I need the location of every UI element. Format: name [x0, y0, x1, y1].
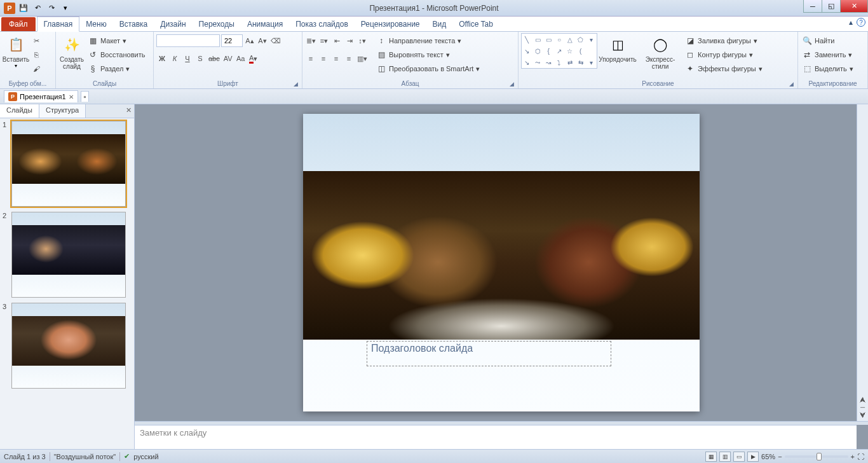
slide-thumbnail[interactable]: 3	[3, 303, 132, 389]
minimize-button[interactable]: ─	[803, 0, 822, 13]
shadow-button[interactable]: S	[194, 52, 206, 65]
tab-insert[interactable]: Вставка	[113, 17, 154, 31]
slide[interactable]: Подзаголовок слайда	[303, 114, 700, 411]
group-label: Буфер обм...	[3, 79, 53, 88]
layout-button[interactable]: ▦Макет ▾	[86, 34, 146, 47]
thumbnail-list[interactable]: 1 2 3	[0, 118, 134, 449]
tab-outline[interactable]: Структура	[39, 104, 86, 118]
tab-menu[interactable]: Меню	[79, 17, 112, 31]
grow-font-button[interactable]: A▴	[244, 34, 255, 47]
arrange-button[interactable]: ◫ Упорядочить	[599, 33, 637, 63]
zoom-level[interactable]: 65%	[761, 453, 775, 460]
paste-button[interactable]: 📋 Вставить ▾	[3, 33, 29, 69]
qat-customize-icon[interactable]: ▾	[60, 3, 71, 14]
clear-format-button[interactable]: ⌫	[269, 34, 282, 47]
view-normal-button[interactable]: ▦	[705, 452, 717, 462]
columns-button[interactable]: ▥▾	[356, 52, 369, 65]
justify-button[interactable]: ≡	[343, 52, 355, 65]
file-tab[interactable]: Файл	[1, 17, 36, 31]
bold-button[interactable]: Ж	[156, 52, 168, 65]
slide-thumbnail[interactable]: 1	[3, 121, 132, 207]
shapes-gallery[interactable]: ╲▭▭○△⬠▾ ↘⬡{↗☆( ↘⤳↝⤵⇄⇆▾	[521, 33, 597, 69]
align-left-button[interactable]: ≡	[305, 52, 316, 65]
redo-icon[interactable]: ↷	[46, 3, 57, 14]
find-button[interactable]: 🔍Найти	[801, 34, 855, 47]
fit-window-button[interactable]: ⛶	[857, 453, 864, 460]
collapse-ribbon-icon[interactable]: ▴	[849, 18, 853, 27]
align-center-button[interactable]: ≡	[318, 52, 329, 65]
case-button[interactable]: Aa	[235, 52, 247, 65]
tab-design[interactable]: Дизайн	[154, 17, 192, 31]
view-slideshow-button[interactable]: ▶	[747, 452, 759, 462]
vertical-scrollbar[interactable]: ⮝ ─ ⮟	[857, 104, 868, 421]
align-right-button[interactable]: ≡	[330, 52, 342, 65]
replace-button[interactable]: ⇄Заменить ▾	[801, 48, 855, 61]
reset-button[interactable]: ↺Восстановить	[86, 48, 146, 61]
numbering-button[interactable]: ≡▾	[318, 34, 330, 47]
launcher-icon[interactable]: ◢	[789, 81, 794, 87]
tab-home[interactable]: Главная	[37, 17, 80, 32]
shape-effects-button[interactable]: ✦Эффекты фигуры ▾	[684, 62, 764, 75]
subtitle-placeholder[interactable]: Подзаголовок слайда	[367, 341, 611, 366]
undo-icon[interactable]: ↶	[32, 3, 43, 14]
strike-button[interactable]: abc	[207, 52, 221, 65]
spacing-button[interactable]: AV	[222, 52, 234, 65]
slide-canvas[interactable]: Подзаголовок слайда ⮝ ─ ⮟	[135, 104, 868, 421]
group-font: 22 A▴ A▾ ⌫ Ж К Ч S abc AV Aa A ▾ Шрифт◢	[154, 32, 302, 88]
font-name-combo[interactable]	[156, 34, 220, 47]
window-controls: ─ ◱ ✕	[804, 0, 868, 13]
select-button[interactable]: ⬚Выделить ▾	[801, 62, 855, 75]
spellcheck-icon[interactable]: ✔	[124, 452, 130, 460]
view-reading-button[interactable]: ▭	[733, 452, 745, 462]
font-color-button[interactable]: A ▾	[248, 52, 259, 65]
shape-outline-button[interactable]: ◻Контур фигуры ▾	[684, 48, 764, 61]
text-direction-button[interactable]: ↕Направление текста ▾	[375, 34, 481, 47]
zoom-in-button[interactable]: +	[851, 453, 855, 460]
close-button[interactable]: ✕	[840, 0, 868, 13]
bullets-button[interactable]: ≣▾	[305, 34, 317, 47]
format-painter-button[interactable]: 🖌	[31, 62, 42, 75]
group-paragraph: ≣▾ ≡▾ ⇤ ⇥ ↕▾ ≡ ≡ ≡ ≡ ▥▾ ↕Направление тек…	[302, 32, 519, 88]
help-icon[interactable]: ?	[857, 18, 865, 27]
font-size-combo[interactable]: 22	[221, 34, 243, 47]
copy-button[interactable]: ⎘	[31, 48, 42, 61]
italic-button[interactable]: К	[169, 52, 180, 65]
slide-image[interactable]	[303, 171, 700, 340]
outdent-button[interactable]: ⇤	[331, 34, 342, 47]
notes-input[interactable]: Заметки к слайду	[135, 425, 857, 449]
align-text-button[interactable]: ▤Выровнять текст ▾	[375, 48, 481, 61]
tab-slides[interactable]: Слайды	[0, 104, 39, 118]
tab-transitions[interactable]: Переходы	[193, 17, 241, 31]
tab-animations[interactable]: Анимация	[241, 17, 289, 31]
shape-fill-button[interactable]: ◪Заливка фигуры ▾	[684, 34, 764, 47]
underline-button[interactable]: Ч	[182, 52, 193, 65]
new-tab-button[interactable]: ▫	[81, 91, 90, 102]
new-slide-button[interactable]: ✨ Создать слайд	[58, 33, 85, 70]
zoom-slider[interactable]	[785, 455, 848, 458]
tab-slideshow[interactable]: Показ слайдов	[289, 17, 355, 31]
prev-slide-icon[interactable]: ⮝	[860, 396, 866, 403]
view-sorter-button[interactable]: ▥	[719, 452, 731, 462]
section-button[interactable]: §Раздел ▾	[86, 62, 146, 75]
document-tab[interactable]: P Презентация1 ✕	[4, 90, 78, 102]
next-slide-icon[interactable]: ⮟	[860, 411, 866, 418]
cut-button[interactable]: ✂	[31, 34, 42, 47]
tab-review[interactable]: Рецензирование	[355, 17, 426, 31]
tab-officetab[interactable]: Office Tab	[452, 17, 499, 31]
linespacing-button[interactable]: ↕▾	[356, 34, 368, 47]
restore-button[interactable]: ◱	[822, 0, 841, 13]
zoom-out-button[interactable]: −	[778, 453, 782, 460]
language-status[interactable]: русский	[133, 453, 158, 460]
launcher-icon[interactable]: ◢	[294, 81, 298, 87]
save-icon[interactable]: 💾	[18, 3, 29, 14]
indent-button[interactable]: ⇥	[344, 34, 355, 47]
shrink-font-button[interactable]: A▾	[257, 34, 268, 47]
smartart-button[interactable]: ◫Преобразовать в SmartArt ▾	[375, 62, 481, 75]
close-pane-icon[interactable]: ✕	[126, 106, 132, 114]
slide-thumbnail[interactable]: 2	[3, 212, 132, 298]
tab-view[interactable]: Вид	[426, 17, 453, 31]
app-icon[interactable]: P	[4, 3, 15, 14]
quickstyles-button[interactable]: ◯ Экспресс-стили	[638, 33, 682, 70]
launcher-icon[interactable]: ◢	[510, 81, 514, 87]
close-doc-icon[interactable]: ✕	[69, 93, 74, 100]
